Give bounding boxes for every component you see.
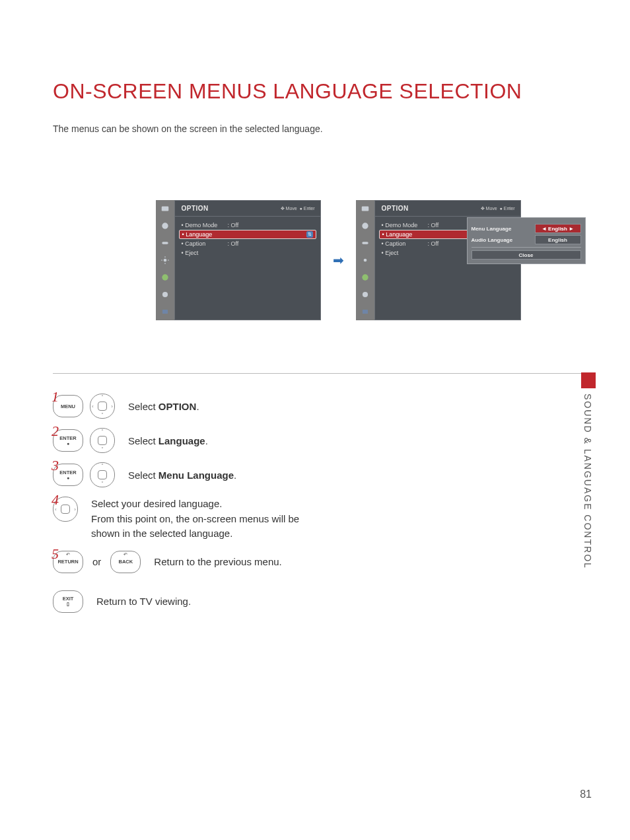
svg-point-5: [162, 292, 167, 297]
tab-icon-channel: [356, 200, 374, 217]
svg-point-4: [162, 274, 168, 280]
osd-after: OPTION ✥ Move ● Enter Demo Mode: Off Lan…: [356, 200, 521, 320]
page-title: ON-SCREEN MENUS LANGUAGE SELECTION: [53, 79, 584, 104]
step-number: 2: [52, 423, 59, 440]
side-tab-marker: [581, 372, 596, 388]
osd-row-demo: Demo Mode: Off: [179, 221, 316, 230]
step-text: Return to TV viewing.: [96, 596, 191, 607]
svg-point-1: [162, 223, 168, 228]
menu-language-value[interactable]: ◄ English ►: [535, 224, 581, 233]
page-number: 81: [580, 788, 592, 800]
exit-button[interactable]: EXIT▯: [53, 590, 83, 613]
tab-icon-option: [356, 252, 374, 269]
dpad-4way[interactable]: ˄˅‹›: [90, 394, 115, 419]
osd-title: OPTION: [182, 205, 209, 212]
svg-rect-13: [362, 310, 367, 314]
audio-language-value[interactable]: English: [535, 235, 581, 244]
dpad-vertical[interactable]: ˄˅: [90, 462, 115, 487]
audio-language-label: Audio Language: [472, 237, 532, 243]
step-number: 5: [52, 545, 59, 563]
tab-icon-input: [156, 303, 174, 320]
popup-close-button[interactable]: Close: [472, 250, 581, 260]
arrow-icon: ➡: [333, 252, 344, 268]
svg-point-10: [363, 259, 367, 262]
svg-rect-7: [361, 207, 368, 211]
tab-icon-audio: [356, 234, 374, 252]
section-label: SOUND & LANGUAGE CONTROL: [582, 394, 593, 569]
updown-icon: ⇅: [306, 231, 313, 238]
osd-screens: OPTION ✥ Move ● Enter Demo Mode: Off Lan…: [92, 200, 584, 320]
tab-icon-time: [356, 269, 374, 286]
svg-rect-6: [162, 310, 167, 314]
osd-row-eject: Eject: [179, 248, 316, 258]
tab-icon-lock: [156, 286, 174, 303]
dpad-vertical[interactable]: ˄˅: [90, 428, 115, 453]
step-text: Select your desired language. From this …: [91, 497, 316, 542]
osd-hints: ✥ Move ● Enter: [281, 206, 315, 211]
language-popup: Menu Language ◄ English ► Audio Language…: [467, 217, 586, 264]
osd-hints: ✥ Move ● Enter: [481, 206, 515, 211]
divider: [53, 373, 584, 374]
step-5: 5 ↶RETURN or ↶BACK Return to the previou…: [53, 551, 584, 573]
osd-before: OPTION ✥ Move ● Enter Demo Mode: Off Lan…: [156, 200, 321, 320]
osd-row-language[interactable]: Language ⇅: [179, 230, 316, 239]
step-1: 1 MENU ˄˅‹› Select OPTION.: [53, 394, 584, 419]
step-text: Select Language.: [128, 435, 208, 446]
step-exit: EXIT▯ Return to TV viewing.: [53, 590, 584, 613]
tab-icon-lock: [356, 286, 374, 303]
svg-rect-2: [162, 242, 168, 244]
tab-icon-audio: [156, 234, 174, 252]
tab-icon-picture: [156, 217, 174, 234]
svg-rect-0: [161, 207, 168, 211]
step-2: 2 ENTER● ˄˅ Select Language.: [53, 428, 584, 453]
step-text: Return to the previous menu.: [154, 556, 281, 567]
menu-language-label: Menu Language: [472, 226, 532, 232]
osd-title: OPTION: [382, 205, 409, 212]
step-number: 3: [52, 457, 59, 474]
step-text: Select OPTION.: [128, 401, 199, 412]
svg-point-12: [362, 292, 367, 297]
tab-icon-time: [156, 269, 174, 286]
tab-icon-option: [156, 252, 174, 269]
intro-text: The menus can be shown on the screen in …: [53, 123, 584, 134]
step-number: 4: [52, 491, 59, 508]
osd-row-caption: Caption: Off: [179, 239, 316, 248]
svg-point-3: [163, 259, 166, 262]
or-text: or: [92, 556, 101, 567]
tab-icon-picture: [356, 217, 374, 234]
step-text: Select Menu Language.: [128, 470, 236, 481]
step-4: 4 ‹› Select your desired language. From …: [53, 497, 584, 542]
svg-rect-9: [362, 242, 368, 244]
steps: 1 MENU ˄˅‹› Select OPTION. 2 ENTER● ˄˅ S…: [53, 394, 584, 613]
svg-point-11: [362, 274, 368, 280]
back-button[interactable]: ↶BACK: [110, 551, 141, 573]
osd-tab-column: [156, 200, 174, 320]
tab-icon-input: [356, 303, 374, 320]
step-number: 1: [52, 388, 59, 405]
step-3: 3 ENTER● ˄˅ Select Menu Language.: [53, 462, 584, 487]
svg-point-8: [362, 223, 368, 228]
tab-icon-channel: [156, 200, 174, 217]
